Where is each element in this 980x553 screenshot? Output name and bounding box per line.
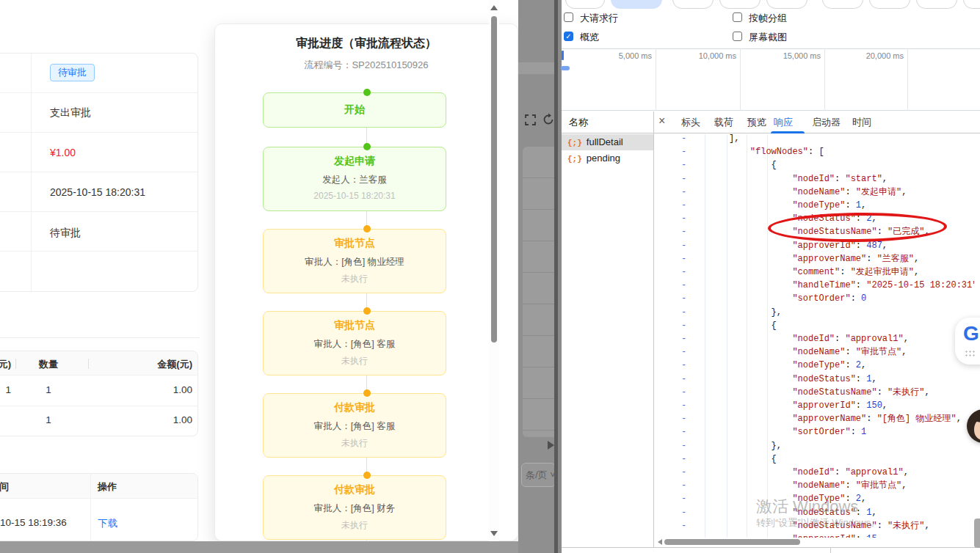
timeline-gridline [824, 48, 825, 111]
refresh-icon[interactable] [542, 113, 555, 126]
tab-预览[interactable]: 预览 [747, 116, 766, 129]
scrollbar-thumb[interactable] [664, 539, 800, 545]
items-cell: 1.00 [110, 384, 192, 395]
flow-node-approver: 审批人：[角色] 财务 [264, 502, 446, 515]
filter-pill[interactable] [869, 0, 910, 9]
file-row-time: 10-15 18:19:36 [0, 517, 67, 528]
detail-row-value: 待审批 [50, 227, 81, 240]
code-line: - "handleTime": "2025-10-15 18:20:31", [654, 279, 974, 292]
filter-pill[interactable] [822, 0, 863, 9]
detail-row-value: 支出审批 [50, 106, 91, 120]
filter-pill[interactable] [565, 0, 605, 9]
flow-node-approver: 审批人：[角色] 客服 [264, 420, 446, 433]
tab-启动器[interactable]: 启动器 [812, 116, 841, 129]
next-page-icon[interactable] [548, 441, 554, 450]
flow-code: 流程编号：SP202510150926 [215, 59, 518, 72]
screenshot-root: 待审批 支出审批¥1.002025-10-15 18:20:31待审批 元) 数… [0, 0, 980, 553]
modal-scrollbar[interactable] [489, 0, 499, 543]
detail-row-value: 2025-10-15 18:20:31 [50, 186, 145, 198]
flow-node-approver: 审批人：[角色] 客服 [264, 338, 446, 351]
flow-node-dot [363, 225, 371, 232]
flow-node-approver: 审批人：[角色] 物业经理 [264, 256, 446, 268]
code-line: - "approverId": 150, [654, 399, 974, 412]
code-line: - "approverName": "[角色] 物业经理", [654, 412, 974, 425]
code-line: - { [654, 453, 974, 466]
network-table-header [562, 111, 980, 133]
floating-widget-clipped [974, 519, 980, 548]
request-row[interactable]: {;}pending [562, 150, 653, 166]
tab-响应[interactable]: 响应 [774, 116, 793, 129]
flow-node-status: 未执行 [264, 437, 446, 450]
code-line: -], [654, 134, 974, 145]
page-size-select[interactable]: 条/页 ˅ [521, 463, 556, 487]
request-row[interactable]: {;}fullDetail [562, 134, 653, 150]
filter-pill[interactable] [916, 0, 957, 9]
timeline-gridline [907, 48, 908, 111]
filter-pill-selected[interactable] [611, 0, 662, 9]
flow-node-title: 审批节点 [264, 237, 446, 250]
flow-node-dot [363, 307, 371, 315]
scrollbar-thumb[interactable] [491, 16, 497, 343]
active-tab-underline [771, 131, 805, 133]
tab-载荷[interactable]: 载荷 [714, 116, 733, 129]
detail-row-value: ¥1.00 [50, 147, 76, 158]
flow-node: 开始 [263, 92, 446, 128]
approval-flow-modal: 审批进度（审批流程状态） 流程编号：SP202510150926 开始发起申请发… [214, 23, 518, 541]
tab-时间[interactable]: 时间 [852, 116, 871, 129]
filter-pill[interactable] [672, 0, 714, 9]
google-logo-icon: G [963, 322, 979, 345]
fullscreen-icon[interactable] [524, 114, 537, 126]
flow-node: 发起申请发起人：兰客服2025-10-15 18:20:31 [263, 147, 446, 211]
flow-node-status: 未执行 [264, 519, 446, 532]
flow-node-dot [363, 143, 371, 150]
detail-drawer: 待审批 支出审批¥1.002025-10-15 18:20:31待审批 元) 数… [0, 0, 213, 541]
code-line: - "nodeStatus": 1, [654, 373, 974, 386]
code-line: - "sortOrder": 1 [654, 425, 974, 439]
modal-title: 审批进度（审批流程状态） [215, 36, 518, 51]
timeline-tick-label: 10,000 ms [678, 51, 736, 60]
timeline-tick-label: 5,000 ms [593, 51, 652, 60]
flow-node: 付款审批审批人：[角色] 客服未执行 [263, 393, 446, 458]
code-line: - }, [654, 439, 974, 453]
flow-node-title: 开始 [264, 103, 446, 117]
extension-floating-button[interactable]: G [955, 318, 980, 365]
flow-node-dot [363, 389, 371, 397]
tab-标头[interactable]: 标头 [681, 116, 700, 129]
items-cell: 1 [0, 384, 11, 395]
code-line: - "nodeId": "approval1", [654, 466, 974, 479]
code-line: - "nodeId": "start", [654, 172, 974, 186]
drag-handle-icon[interactable] [965, 350, 976, 357]
dimmed-table [523, 147, 556, 437]
checkbox-label: 概览 [580, 31, 599, 44]
flow-node-approver: 发起人：兰客服 [264, 174, 446, 186]
dimmed-page-strip: 条/页 ˅ [518, 0, 556, 553]
bottom-dim-bar [0, 541, 518, 553]
checkbox-unchecked[interactable] [733, 32, 742, 41]
scroll-up-icon[interactable] [490, 5, 498, 10]
code-line: - "approverId": 487, [654, 239, 974, 252]
flow-node-title: 审批节点 [264, 319, 446, 332]
detail-card-column-divider [31, 54, 32, 291]
flow-node-status: 未执行 [264, 273, 446, 285]
download-link[interactable]: 下载 [98, 517, 117, 530]
close-detail-icon[interactable]: × [658, 114, 665, 128]
horizontal-scrollbar[interactable] [654, 538, 974, 546]
name-column-header[interactable]: 名称 [569, 116, 588, 129]
scroll-left-icon[interactable] [658, 539, 662, 545]
items-col-qty: 数量 [26, 358, 70, 371]
checkbox-unchecked[interactable] [733, 12, 742, 22]
filter-pill[interactable] [766, 0, 807, 9]
items-col-price: 元) [0, 358, 11, 371]
scroll-down-icon[interactable] [490, 531, 498, 536]
items-cell-amount-total: 1.00 [110, 414, 192, 425]
checkbox-label: 屏幕截图 [749, 31, 787, 44]
flow-node-title: 付款审批 [264, 401, 446, 414]
timeline-tick-label: 15,000 ms [762, 51, 821, 60]
code-line: - "nodeName": "审批节点", [654, 479, 974, 492]
code-line: - "flowNodes": [ [654, 145, 974, 158]
items-cell: 1 [26, 414, 70, 425]
checkbox-unchecked[interactable] [564, 12, 573, 22]
checkbox-checked[interactable]: ✓ [564, 32, 573, 41]
filter-pill[interactable] [719, 0, 761, 9]
windows-watermark-line2: 转到“设置”以激活 Windows。 [756, 516, 880, 530]
